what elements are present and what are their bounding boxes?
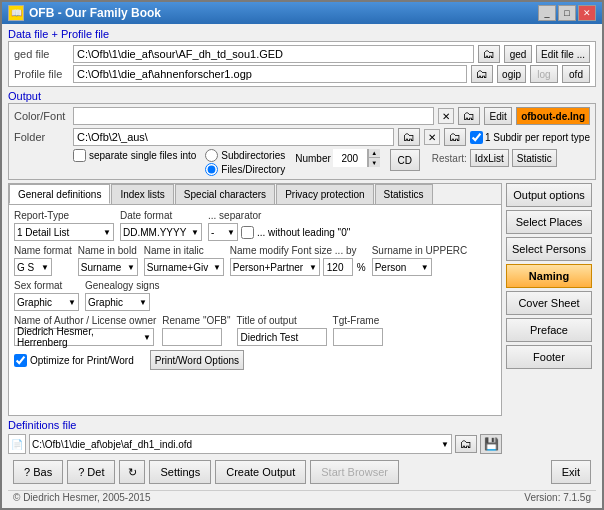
def-folder-icon[interactable]: 🗂 bbox=[455, 435, 477, 453]
ged-btn[interactable]: ged bbox=[504, 45, 532, 63]
rename-input[interactable] bbox=[162, 328, 222, 346]
tab-content-general: Report-Type 1 Detail List ▼ Date format … bbox=[9, 205, 501, 415]
status-bar: © Diedrich Hesmer, 2005-2015 Version: 7.… bbox=[8, 490, 596, 504]
tab-special[interactable]: Special characters bbox=[175, 184, 275, 204]
separate-checkbox[interactable] bbox=[73, 149, 86, 162]
separator-row: - ▼ ... without leading "0" bbox=[208, 223, 350, 241]
optimize-label: Optimize for Print/Word bbox=[30, 355, 134, 366]
naming-btn[interactable]: Naming bbox=[506, 264, 592, 288]
report-row: Report-Type 1 Detail List ▼ Date format … bbox=[14, 210, 496, 241]
close-button[interactable]: ✕ bbox=[578, 5, 596, 21]
print-options-btn[interactable]: Print/Word Options bbox=[150, 350, 244, 370]
tab-index[interactable]: Index lists bbox=[111, 184, 173, 204]
title-input[interactable] bbox=[237, 328, 327, 346]
without-leading-checkbox[interactable] bbox=[241, 226, 254, 239]
folder-row: Folder 🗂 ✕ 🗂 1 Subdir per report type bbox=[14, 128, 590, 146]
def-combo-arrow: ▼ bbox=[441, 440, 449, 449]
folder-browse[interactable]: 🗂 bbox=[444, 128, 466, 146]
number-input[interactable] bbox=[333, 149, 368, 167]
tab-general[interactable]: General definitions bbox=[9, 184, 110, 204]
author-label: Name of Author / License owner bbox=[14, 315, 156, 326]
main-area: General definitions Index lists Special … bbox=[8, 183, 596, 454]
select-places-btn[interactable]: Select Places bbox=[506, 210, 592, 234]
name-italic-arrow: ▼ bbox=[213, 263, 221, 272]
idxlist-btn[interactable]: IdxList bbox=[470, 149, 509, 167]
ged-folder-icon[interactable]: 🗂 bbox=[478, 45, 500, 63]
spinner-down[interactable]: ▼ bbox=[368, 158, 380, 167]
name-modify-dropdown[interactable]: Person+Partner ▼ bbox=[230, 258, 320, 276]
settings-btn[interactable]: Settings bbox=[149, 460, 211, 484]
create-output-btn[interactable]: Create Output bbox=[215, 460, 306, 484]
folder-path-input[interactable] bbox=[73, 128, 394, 146]
name-italic-dropdown[interactable]: Surname+Giv ▼ bbox=[144, 258, 224, 276]
output-box: Color/Font ✕ 🗂 Edit ofbout-de.lng Folder… bbox=[8, 103, 596, 180]
def-save-btn[interactable]: 💾 bbox=[480, 434, 502, 454]
statistic-btn[interactable]: Statistic bbox=[512, 149, 557, 167]
name-format-group: Name format G S ▼ bbox=[14, 245, 72, 276]
files-radio[interactable] bbox=[205, 163, 218, 176]
bas-btn[interactable]: ? Bas bbox=[13, 460, 63, 484]
ged-label: ged file bbox=[14, 48, 69, 60]
name-bold-arrow: ▼ bbox=[127, 263, 135, 272]
cd-btn[interactable]: CD bbox=[390, 149, 420, 171]
folder-icon[interactable]: 🗂 bbox=[398, 128, 420, 146]
det-btn[interactable]: ? Det bbox=[67, 460, 115, 484]
profile-path-input[interactable] bbox=[73, 65, 467, 83]
ged-path-input[interactable] bbox=[73, 45, 474, 63]
maximize-button[interactable]: □ bbox=[558, 5, 576, 21]
profile-row: Profile file 🗂 ogip log ofd bbox=[14, 65, 590, 83]
start-browser-btn[interactable]: Start Browser bbox=[310, 460, 399, 484]
exit-btn[interactable]: Exit bbox=[551, 460, 591, 484]
folder-clear[interactable]: ✕ bbox=[424, 129, 440, 145]
color-file-btn[interactable]: ofbout-de.lng bbox=[516, 107, 590, 125]
main-content: Data file + Profile file ged file 🗂 ged … bbox=[2, 24, 602, 508]
ged-row: ged file 🗂 ged Edit file ... bbox=[14, 45, 590, 63]
cover-sheet-btn[interactable]: Cover Sheet bbox=[506, 291, 592, 315]
color-font-folder[interactable]: 🗂 bbox=[458, 107, 480, 125]
name-bold-dropdown[interactable]: Surname ▼ bbox=[78, 258, 138, 276]
author-dropdown[interactable]: Diedrich Hesmer, Herrenberg ▼ bbox=[14, 328, 154, 346]
sex-format-arrow: ▼ bbox=[68, 298, 76, 307]
edit-file-btn[interactable]: Edit file ... bbox=[536, 45, 590, 63]
name-italic-value: Surname+Giv bbox=[147, 262, 208, 273]
app-icon: 📖 bbox=[8, 5, 24, 21]
footer-btn[interactable]: Footer bbox=[506, 345, 592, 369]
percent-label: % bbox=[357, 262, 366, 273]
optimize-checkbox[interactable] bbox=[14, 354, 27, 367]
separator-arrow: ▼ bbox=[227, 228, 235, 237]
refresh-btn[interactable]: ↻ bbox=[119, 460, 145, 484]
genealogy-signs-dropdown[interactable]: Graphic ▼ bbox=[85, 293, 150, 311]
name-format-dropdown[interactable]: G S ▼ bbox=[14, 258, 52, 276]
tab-statistics[interactable]: Statistics bbox=[375, 184, 433, 204]
color-edit-btn[interactable]: Edit bbox=[484, 107, 512, 125]
output-options-btn[interactable]: Output options bbox=[506, 183, 592, 207]
subdirs-radio[interactable] bbox=[205, 149, 218, 162]
profile-folder-icon[interactable]: 🗂 bbox=[471, 65, 493, 83]
ofd-btn[interactable]: ofd bbox=[562, 65, 590, 83]
date-format-arrow: ▼ bbox=[191, 228, 199, 237]
sex-format-dropdown[interactable]: Graphic ▼ bbox=[14, 293, 79, 311]
color-font-input[interactable] bbox=[73, 107, 434, 125]
color-font-clear[interactable]: ✕ bbox=[438, 108, 454, 124]
tab-privacy[interactable]: Privacy protection bbox=[276, 184, 373, 204]
preface-btn[interactable]: Preface bbox=[506, 318, 592, 342]
spinner-up[interactable]: ▲ bbox=[368, 149, 380, 158]
data-file-section: Data file + Profile file ged file 🗂 ged … bbox=[8, 28, 596, 87]
select-persons-btn[interactable]: Select Persons bbox=[506, 237, 592, 261]
separator-dropdown[interactable]: - ▼ bbox=[208, 223, 238, 241]
separator-value: - bbox=[211, 227, 214, 238]
date-format-dropdown[interactable]: DD.MM.YYYY ▼ bbox=[120, 223, 202, 241]
minimize-button[interactable]: _ bbox=[538, 5, 556, 21]
name-modify-row: Person+Partner ▼ % bbox=[230, 258, 366, 276]
rename-group: Rename "OFB" bbox=[162, 315, 230, 346]
surname-upper-label: Surname in UPPERC bbox=[372, 245, 468, 256]
report-type-dropdown[interactable]: 1 Detail List ▼ bbox=[14, 223, 114, 241]
separate-label: separate single files into bbox=[89, 150, 196, 161]
def-combo[interactable]: C:\Ofb\1\die_af\obje\af_dh1_indi.ofd ▼ bbox=[29, 434, 452, 454]
font-size-input[interactable] bbox=[323, 258, 353, 276]
subdir-checkbox[interactable] bbox=[470, 131, 483, 144]
log-btn[interactable]: log bbox=[530, 65, 558, 83]
surname-upper-dropdown[interactable]: Person ▼ bbox=[372, 258, 432, 276]
tgt-frame-input[interactable] bbox=[333, 328, 383, 346]
ogip-btn[interactable]: ogip bbox=[497, 65, 526, 83]
